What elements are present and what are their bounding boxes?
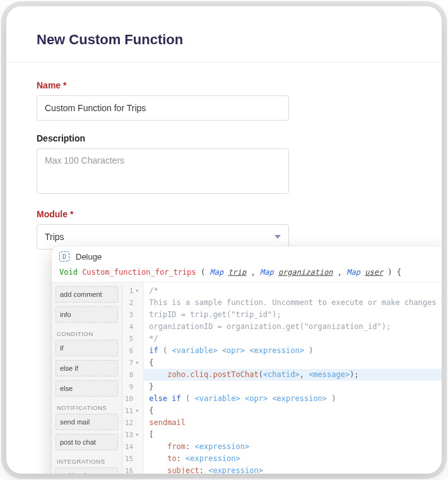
field-name: Name * bbox=[37, 80, 411, 121]
palette-item[interactable]: send mail bbox=[56, 414, 118, 430]
gutter-line: 11▾ bbox=[125, 405, 139, 417]
code-line[interactable]: { bbox=[149, 405, 442, 417]
params-open: ( bbox=[201, 268, 209, 277]
palette-heading: NOTIFICATIONS bbox=[56, 400, 118, 414]
gutter-line: 8 bbox=[125, 369, 139, 381]
name-label: Name * bbox=[37, 80, 411, 90]
code-line[interactable]: This is a sample function. Uncomment to … bbox=[149, 297, 442, 309]
function-params: Map trip , Map organization , Map user bbox=[209, 268, 383, 277]
gutter-line: 13▾ bbox=[125, 429, 139, 441]
palette-heading: INTEGRATIONS bbox=[56, 454, 118, 467]
palette-heading: CONDITION bbox=[56, 327, 118, 340]
line-gutter: 1▾234567▾891011▾1213▾1415161718192021▾ bbox=[122, 282, 144, 474]
code-line[interactable]: } bbox=[149, 381, 442, 393]
gutter-line: 9 bbox=[125, 381, 139, 393]
gutter-line: 4 bbox=[125, 321, 139, 333]
field-description: Description bbox=[37, 133, 411, 196]
gutter-line: 12 bbox=[125, 417, 139, 429]
gutter-line: 2 bbox=[125, 297, 139, 309]
code-line[interactable]: */ bbox=[149, 333, 442, 345]
module-value: Trips bbox=[45, 232, 64, 242]
gutter-line: 1▾ bbox=[125, 285, 139, 297]
return-type: Void bbox=[59, 268, 78, 277]
description-label: Description bbox=[37, 133, 411, 143]
module-label: Module * bbox=[37, 209, 411, 219]
code-line[interactable]: zoho.cliq.postToChat(<chatid>, <message>… bbox=[144, 369, 442, 381]
snippet-palette: add commentinfoCONDITIONifelse ifelseNOT… bbox=[52, 282, 122, 474]
gutter-line: 15 bbox=[125, 453, 139, 465]
gutter-line: 6 bbox=[125, 345, 139, 357]
editor-language: Deluge bbox=[76, 252, 102, 261]
gutter-line: 5 bbox=[125, 333, 139, 345]
code-line[interactable]: if ( <variable> <opr> <expression> ) bbox=[149, 345, 442, 357]
deluge-icon: D bbox=[59, 251, 69, 261]
chevron-down-icon bbox=[274, 235, 281, 239]
palette-item[interactable]: info bbox=[56, 306, 118, 323]
palette-item[interactable]: add comment bbox=[56, 286, 118, 303]
palette-item[interactable]: post to chat bbox=[56, 434, 118, 450]
palette-item[interactable]: else bbox=[56, 380, 118, 397]
code-line[interactable]: to: <expression> bbox=[149, 453, 442, 465]
page-container: New Custom Function Name * Description M… bbox=[6, 6, 442, 474]
function-name: Custom_function_for_trips bbox=[82, 268, 196, 277]
code-area[interactable]: 1▾234567▾891011▾1213▾1415161718192021▾ /… bbox=[122, 282, 442, 474]
gutter-line: 16 bbox=[125, 465, 139, 474]
code-line[interactable]: from: <expression> bbox=[149, 441, 442, 453]
editor-header: D Deluge Void Custom_function_for_trips … bbox=[52, 246, 442, 282]
code-line[interactable]: sendmail bbox=[149, 417, 442, 429]
gutter-line: 7▾ bbox=[125, 357, 139, 369]
function-signature: Void Custom_function_for_trips ( Map tri… bbox=[59, 268, 401, 277]
code-line[interactable]: [ bbox=[149, 429, 442, 441]
params-close: ) { bbox=[383, 268, 401, 277]
code-line[interactable]: tripID = trip.get("trip_id"); bbox=[149, 309, 442, 321]
code-line[interactable]: { bbox=[149, 357, 442, 369]
description-input[interactable] bbox=[37, 148, 289, 194]
title-divider bbox=[6, 62, 442, 63]
code-editor: D Deluge Void Custom_function_for_trips … bbox=[52, 246, 442, 474]
editor-body: add commentinfoCONDITIONifelse ifelseNOT… bbox=[52, 282, 442, 474]
code-line[interactable]: else if ( <variable> <opr> <expression> … bbox=[149, 393, 442, 405]
palette-item[interactable]: else if bbox=[56, 360, 118, 376]
module-select[interactable]: Trips bbox=[37, 224, 289, 249]
gutter-line: 10 bbox=[125, 393, 139, 405]
code-line[interactable]: subject: <expression> bbox=[149, 465, 442, 474]
name-input[interactable] bbox=[37, 95, 289, 121]
code-line[interactable]: /* bbox=[149, 285, 442, 297]
code-line[interactable]: organizationID = organization.get("organ… bbox=[149, 321, 442, 333]
palette-item[interactable]: webhook bbox=[56, 467, 118, 474]
gutter-line: 14 bbox=[125, 441, 139, 453]
page-title: New Custom Function bbox=[37, 32, 411, 48]
field-module: Module * Trips bbox=[37, 209, 411, 249]
code-lines[interactable]: /*This is a sample function. Uncomment t… bbox=[144, 282, 442, 474]
gutter-line: 3 bbox=[125, 309, 139, 321]
palette-item[interactable]: if bbox=[56, 340, 118, 356]
